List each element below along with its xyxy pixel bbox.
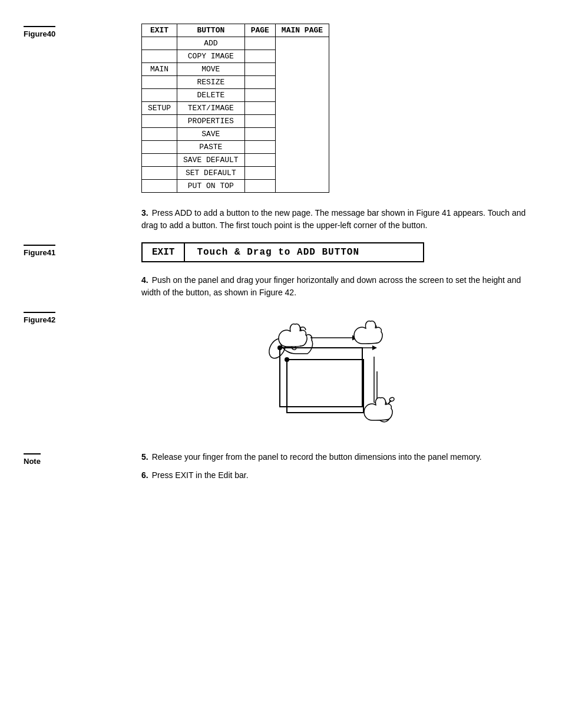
cell-empty	[244, 50, 275, 63]
cell-main: MAIN	[142, 63, 177, 76]
figure42-label-col: Figure42	[24, 309, 141, 325]
cell-empty	[244, 89, 275, 102]
figure40-row: Figure40 EXIT BUTTON PAGE MAIN PAGE ADD	[0, 24, 562, 193]
cell-empty	[244, 115, 275, 128]
cell-empty	[142, 115, 177, 128]
figure40-label-col: Figure40	[24, 24, 141, 39]
hand-right-upper-icon	[354, 321, 382, 344]
note-content: 5.Release your finger from the panel to …	[141, 451, 538, 487]
step3-content: 3.Press ADD to add a button to the new p…	[141, 207, 538, 232]
table-header-row: EXIT BUTTON PAGE MAIN PAGE	[142, 24, 329, 37]
cell-empty	[244, 63, 275, 76]
table-row: ADD	[142, 37, 329, 50]
cell-empty	[142, 180, 177, 193]
figure40-label: Figure40	[24, 26, 55, 38]
cell-empty	[244, 102, 275, 115]
figure41-content: EXIT Touch & Drag to ADD BUTTON	[141, 242, 538, 262]
step3-number: 3.	[141, 208, 148, 218]
cell-save-default: SAVE DEFAULT	[177, 154, 245, 167]
figure42-label: Figure42	[24, 312, 55, 324]
step5-block: 5.Release your finger from the panel to …	[141, 451, 538, 463]
hand-right-lower-icon	[364, 398, 392, 420]
step4-body: Push on the panel and drag your finger h…	[141, 275, 521, 297]
cell-text-image: TEXT/IMAGE	[177, 102, 245, 115]
cell-empty	[244, 76, 275, 89]
step6-block: 6.Press EXIT in the Edit bar.	[141, 469, 538, 482]
figure40-content: EXIT BUTTON PAGE MAIN PAGE ADD	[141, 24, 538, 193]
col-exit: EXIT	[142, 24, 177, 37]
col-page: PAGE	[244, 24, 275, 37]
step3-row: 3.Press ADD to add a button to the new p…	[0, 207, 562, 232]
cell-add: ADD	[177, 37, 245, 50]
note-steps-row: Note 5.Release your finger from the pane…	[0, 451, 562, 487]
cell-empty	[244, 141, 275, 154]
step4-row: 4.Push on the panel and drag your finger…	[0, 274, 562, 299]
step4-number: 4.	[141, 275, 148, 285]
drag-illustration-svg	[263, 315, 416, 433]
svg-rect-13	[280, 348, 362, 407]
cell-empty	[244, 154, 275, 167]
cell-empty	[142, 128, 177, 141]
col-button: BUTTON	[177, 24, 245, 37]
cell-move: MOVE	[177, 63, 245, 76]
cell-setup: SETUP	[142, 102, 177, 115]
cell-empty	[142, 141, 177, 154]
figure41-label-col: Figure41	[24, 242, 141, 258]
step6-text: 6.Press EXIT in the Edit bar.	[141, 469, 538, 482]
edit-bar-text: Touch & Drag to ADD BUTTON	[185, 243, 371, 261]
cell-empty	[142, 37, 177, 50]
step4-text: 4.Push on the panel and drag your finger…	[141, 274, 538, 299]
svg-point-14	[277, 345, 282, 350]
figure42-row: Figure42	[0, 309, 562, 439]
drag-illustration	[141, 309, 538, 439]
col-main-page: MAIN PAGE	[275, 24, 329, 37]
figure42-content	[141, 309, 538, 439]
cell-properties: PROPERTIES	[177, 115, 245, 128]
edit-bar-exit: EXIT	[143, 243, 185, 261]
page-content: Figure40 EXIT BUTTON PAGE MAIN PAGE ADD	[0, 24, 562, 487]
cell-set-default: SET DEFAULT	[177, 167, 245, 180]
figure41-label: Figure41	[24, 245, 55, 257]
cell-empty	[142, 154, 177, 167]
cell-empty	[244, 37, 275, 50]
cell-paste: PASTE	[177, 141, 245, 154]
cell-delete: DELETE	[177, 89, 245, 102]
cell-empty	[142, 50, 177, 63]
edit-bar: EXIT Touch & Drag to ADD BUTTON	[141, 242, 424, 262]
step3-text: 3.Press ADD to add a button to the new p…	[141, 207, 538, 232]
step5-body: Release your finger from the panel to re…	[152, 452, 482, 462]
figure41-row: Figure41 EXIT Touch & Drag to ADD BUTTON	[0, 242, 562, 262]
step5-number: 5.	[141, 452, 148, 462]
step4-content: 4.Push on the panel and drag your finger…	[141, 274, 538, 299]
cell-empty	[142, 89, 177, 102]
figure40-table: EXIT BUTTON PAGE MAIN PAGE ADD	[141, 24, 329, 193]
cell-copy-image: COPY IMAGE	[177, 50, 245, 63]
step5-text: 5.Release your finger from the panel to …	[141, 451, 538, 463]
note-label-col: Note	[24, 451, 141, 466]
cell-empty	[244, 128, 275, 141]
cell-empty	[244, 180, 275, 193]
step3-body: Press ADD to add a button to the new pag…	[141, 208, 525, 230]
step6-number: 6.	[141, 470, 148, 480]
cell-put-on-top: PUT ON TOP	[177, 180, 245, 193]
cell-main-page-area	[275, 37, 329, 193]
step6-body: Press EXIT in the Edit bar.	[152, 470, 249, 480]
cell-save: SAVE	[177, 128, 245, 141]
cell-empty	[244, 167, 275, 180]
cell-empty	[142, 76, 177, 89]
note-label: Note	[24, 453, 41, 466]
cell-resize: RESIZE	[177, 76, 245, 89]
hand-left-icon	[279, 324, 307, 347]
cell-empty	[142, 167, 177, 180]
